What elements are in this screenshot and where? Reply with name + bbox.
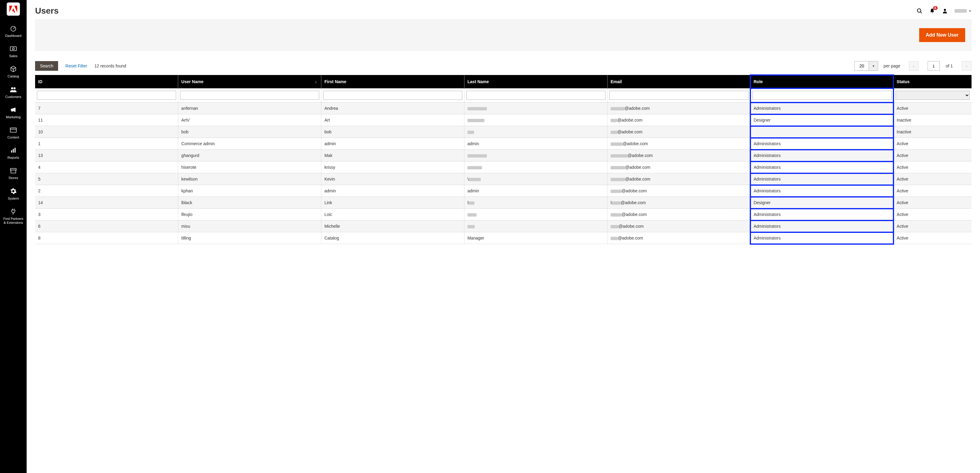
nav-item-system[interactable]: System [0, 184, 27, 204]
cell-email: @adobe.com [607, 103, 750, 114]
svg-rect-9 [14, 148, 16, 153]
cell-id: 14 [35, 197, 178, 209]
svg-point-3 [11, 87, 13, 89]
pager-next-button[interactable]: › [962, 61, 972, 71]
col-header-status[interactable]: Status [894, 75, 972, 88]
cell-last [465, 209, 608, 221]
cell-user: misu [178, 221, 321, 232]
account-icon[interactable] [942, 8, 948, 14]
cell-id: 6 [35, 221, 178, 232]
table-row[interactable]: 7anfernanAndrea@adobe.comAdministratorsA… [35, 103, 972, 114]
filter-input-last[interactable] [466, 91, 605, 100]
table-row[interactable]: 11ArtVArt@adobe.comDesignerInactive [35, 114, 972, 126]
cell-user: anfernan [178, 103, 321, 114]
table-row[interactable]: 8tillingCatalogManager@adobe.comAdminist… [35, 232, 972, 244]
filter-row [35, 88, 972, 103]
nav-item-content[interactable]: Content [0, 123, 27, 143]
pager-prev-button[interactable]: ‹ [909, 61, 919, 71]
adobe-logo[interactable] [6, 2, 20, 16]
cell-role: Designer [750, 197, 894, 209]
nav-item-stores[interactable]: Stores [0, 163, 27, 184]
col-header-role[interactable]: Role [750, 75, 894, 88]
table-row[interactable]: 2kphanadminadmin@adobe.comAdministrators… [35, 185, 972, 197]
col-header-last[interactable]: Last Name [465, 75, 608, 88]
cell-email: @adobe.com [607, 150, 750, 162]
grid-controls: Search Reset Filter 12 records found ▼ p… [35, 61, 972, 71]
cell-role: Administrators [750, 150, 894, 162]
user-menu[interactable]: ▼ [955, 9, 972, 13]
gauge-icon [10, 25, 17, 32]
nav-item-reports[interactable]: Reports [0, 143, 27, 163]
col-header-user[interactable]: User Name↓ [178, 75, 321, 88]
cell-status: Inactive [894, 114, 972, 126]
nav-label: Marketing [6, 115, 21, 119]
page-title: Users [35, 6, 59, 16]
cell-user: kewilson [178, 173, 321, 185]
cell-first: Michelle [321, 221, 465, 232]
nav-item-sales[interactable]: Sales [0, 41, 27, 62]
filter-input-email[interactable] [609, 91, 749, 100]
cell-email: @adobe.com [607, 126, 750, 138]
nav: DashboardSalesCatalogCustomersMarketingC… [0, 21, 27, 229]
table-row[interactable]: 6misuMichelle@adobe.comAdministratorsAct… [35, 221, 972, 232]
cell-id: 3 [35, 209, 178, 221]
cell-first: admin [321, 138, 465, 150]
cell-email: @adobe.com [607, 232, 750, 244]
filter-input-id[interactable] [37, 91, 176, 100]
pager-total-label: of 1 [946, 63, 953, 68]
header-tools: 6 ▼ [916, 8, 972, 14]
nav-item-marketing[interactable]: Marketing [0, 103, 27, 123]
svg-point-2 [13, 48, 14, 49]
add-new-user-button[interactable]: Add New User [919, 28, 965, 42]
cell-id: 10 [35, 126, 178, 138]
users-table: IDUser Name↓First NameLast NameEmailRole… [35, 75, 972, 244]
nav-item-find[interactable]: Find Partners & Extensions [0, 204, 27, 229]
cell-role: Administrators [750, 209, 894, 221]
svg-point-12 [944, 9, 946, 11]
table-row[interactable]: 1Commerce adminadminadmin@adobe.comAdmin… [35, 138, 972, 150]
store-icon [10, 167, 17, 174]
pager-page-input[interactable] [928, 61, 940, 71]
cell-last [465, 103, 608, 114]
col-header-first[interactable]: First Name [321, 75, 465, 88]
cell-email: @adobe.com [607, 173, 750, 185]
table-row[interactable]: 10bobbob@adobe.comInactive [35, 126, 972, 138]
cell-id: 4 [35, 162, 178, 173]
per-page-label: per page [883, 63, 900, 68]
records-found-label: 12 records found [94, 63, 126, 68]
nav-item-dashboard[interactable]: Dashboard [0, 21, 27, 41]
nav-item-catalog[interactable]: Catalog [0, 62, 27, 82]
col-header-email[interactable]: Email [607, 75, 750, 88]
chevron-right-icon: › [966, 64, 967, 68]
cell-last: admin [465, 138, 608, 150]
cell-email: @adobe.com [607, 162, 750, 173]
table-row[interactable]: 5kewilsonKevin\@adobe.comAdministratorsA… [35, 173, 972, 185]
nav-item-customers[interactable]: Customers [0, 82, 27, 103]
filter-input-first[interactable] [323, 91, 462, 100]
cell-email: @adobe.com [607, 138, 750, 150]
filter-select-status[interactable] [896, 91, 970, 100]
filter-input-role[interactable] [752, 91, 892, 100]
cell-user: bob [178, 126, 321, 138]
notifications-icon[interactable]: 6 [929, 8, 935, 14]
per-page-dropdown-button[interactable]: ▼ [869, 61, 878, 71]
cell-user: lblack [178, 197, 321, 209]
cell-role: Administrators [750, 185, 894, 197]
reset-filter-link[interactable]: Reset Filter [65, 63, 87, 68]
filter-input-user[interactable] [180, 91, 319, 100]
sort-arrow-icon: ↓ [315, 79, 317, 84]
table-row[interactable]: 14lblackLinkll@adobe.comDesignerActive [35, 197, 972, 209]
search-button[interactable]: Search [35, 61, 58, 71]
col-header-id[interactable]: ID [35, 75, 178, 88]
cell-id: 5 [35, 173, 178, 185]
table-row[interactable]: 3lfeujioLoic@adobe.comAdministratorsActi… [35, 209, 972, 221]
cell-status: Active [894, 173, 972, 185]
search-icon[interactable] [916, 8, 923, 14]
cell-status: Inactive [894, 126, 972, 138]
per-page-input[interactable] [854, 61, 869, 71]
svg-line-11 [920, 12, 922, 13]
cell-last [465, 162, 608, 173]
table-row[interactable]: 13ghangurdMak@adobe.comAdministratorsAct… [35, 150, 972, 162]
svg-point-4 [14, 87, 16, 89]
table-row[interactable]: 4hiserotekrissy@adobe.comAdministratorsA… [35, 162, 972, 173]
